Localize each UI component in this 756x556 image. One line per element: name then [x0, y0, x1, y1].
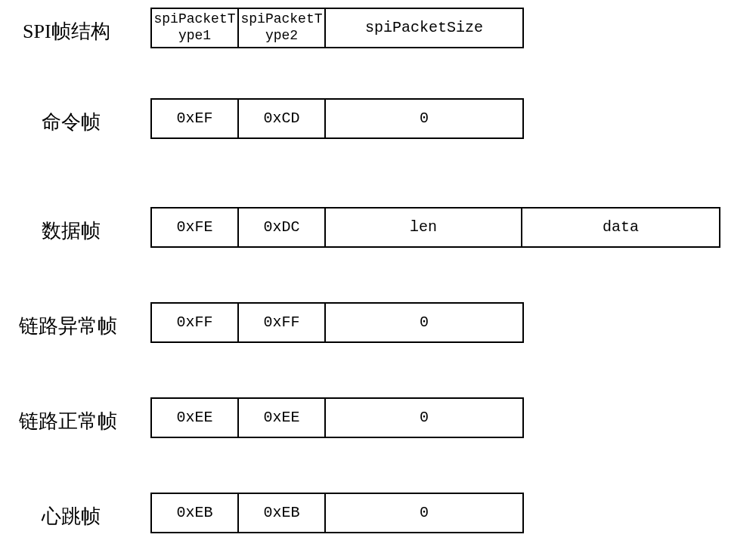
- cell-linkerr-1: 0xFF: [239, 304, 326, 341]
- cell-text: ype2: [265, 28, 298, 45]
- label-command-frame: 命令帧: [42, 109, 101, 135]
- row-heartbeat-frame: 心跳帧 0xEB 0xEB 0: [0, 491, 756, 535]
- cell-data-3: data: [522, 208, 719, 246]
- frame-heartbeat-frame: 0xEB 0xEB 0: [150, 493, 524, 533]
- cell-hb-1: 0xEB: [239, 494, 326, 532]
- cell-spi-type2: spiPacketT ype2: [239, 9, 326, 47]
- cell-linkok-2: 0: [326, 399, 522, 437]
- cell-text: spiPacketT: [153, 11, 235, 28]
- cell-data-0: 0xFE: [152, 208, 239, 246]
- cell-linkok-0: 0xEE: [152, 399, 239, 437]
- row-link-abnormal-frame: 链路异常帧 0xFF 0xFF 0: [0, 301, 756, 344]
- row-command-frame: 命令帧 0xEF 0xCD 0: [0, 97, 756, 141]
- cell-linkerr-2: 0: [326, 304, 522, 341]
- cell-spi-size: spiPacketSize: [326, 9, 522, 47]
- cell-cmd-1: 0xCD: [239, 100, 326, 137]
- cell-text: ype1: [178, 28, 211, 45]
- cell-hb-0: 0xEB: [152, 494, 239, 532]
- cell-text: spiPacketT: [240, 11, 322, 28]
- cell-cmd-2: 0: [326, 100, 522, 137]
- frame-spi-structure: spiPacketT ype1 spiPacketT ype2 spiPacke…: [150, 8, 524, 48]
- label-heartbeat-frame: 心跳帧: [42, 503, 101, 530]
- label-spi-structure: SPI帧结构: [23, 18, 110, 45]
- cell-linkok-1: 0xEE: [239, 399, 326, 437]
- frame-link-normal-frame: 0xEE 0xEE 0: [150, 397, 524, 438]
- cell-linkerr-0: 0xFF: [152, 304, 239, 341]
- cell-spi-type1: spiPacketT ype1: [152, 9, 239, 47]
- frame-link-abnormal-frame: 0xFF 0xFF 0: [150, 302, 524, 343]
- label-link-normal-frame: 链路正常帧: [19, 408, 117, 434]
- cell-cmd-0: 0xEF: [152, 100, 239, 137]
- row-spi-structure: SPI帧结构 spiPacketT ype1 spiPacketT ype2 s…: [0, 6, 756, 50]
- cell-hb-2: 0: [326, 494, 522, 532]
- frame-data-frame: 0xFE 0xDC len data: [150, 207, 720, 248]
- cell-data-1: 0xDC: [239, 208, 326, 246]
- label-link-abnormal-frame: 链路异常帧: [19, 313, 117, 339]
- label-data-frame: 数据帧: [42, 218, 101, 244]
- row-link-normal-frame: 链路正常帧 0xEE 0xEE 0: [0, 396, 756, 440]
- cell-data-2: len: [326, 208, 522, 246]
- frame-command-frame: 0xEF 0xCD 0: [150, 98, 524, 139]
- row-data-frame: 数据帧 0xFE 0xDC len data: [0, 205, 756, 249]
